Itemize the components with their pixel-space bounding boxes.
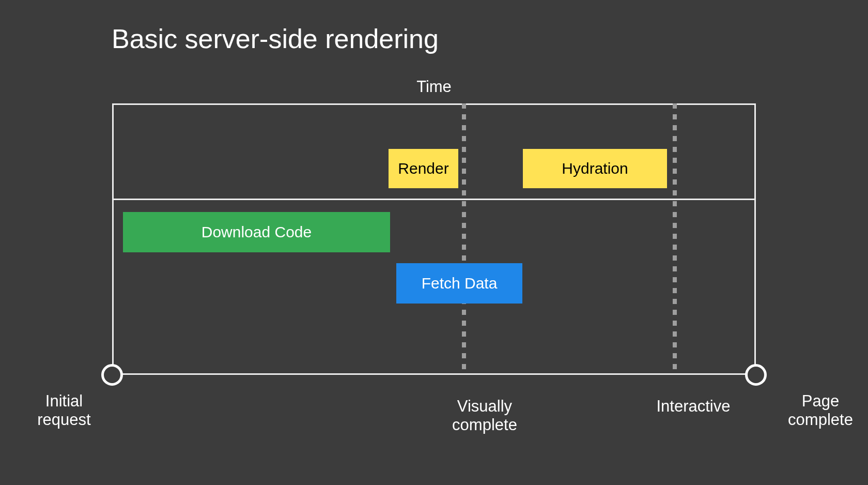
milestone-line-interactive bbox=[673, 103, 677, 375]
milestone-line-visually-complete bbox=[462, 103, 466, 375]
diagram-title: Basic server-side rendering bbox=[112, 23, 439, 54]
bar-render: Render bbox=[389, 149, 458, 188]
bar-hydration: Hydration bbox=[523, 149, 667, 188]
lane-divider bbox=[112, 199, 756, 200]
timeline-chart: Render Hydration Download Code Fetch Dat… bbox=[112, 103, 756, 375]
label-page-complete: Page complete bbox=[779, 392, 862, 429]
marker-end-circle bbox=[745, 364, 767, 386]
label-interactive: Interactive bbox=[652, 397, 735, 416]
marker-start-circle bbox=[101, 364, 123, 386]
bar-fetch-data: Fetch Data bbox=[396, 263, 522, 304]
time-axis-label: Time bbox=[112, 78, 756, 96]
label-initial-request: Initial request bbox=[23, 392, 105, 429]
bar-download-code: Download Code bbox=[123, 212, 390, 252]
label-visually-complete: Visually complete bbox=[443, 397, 526, 434]
